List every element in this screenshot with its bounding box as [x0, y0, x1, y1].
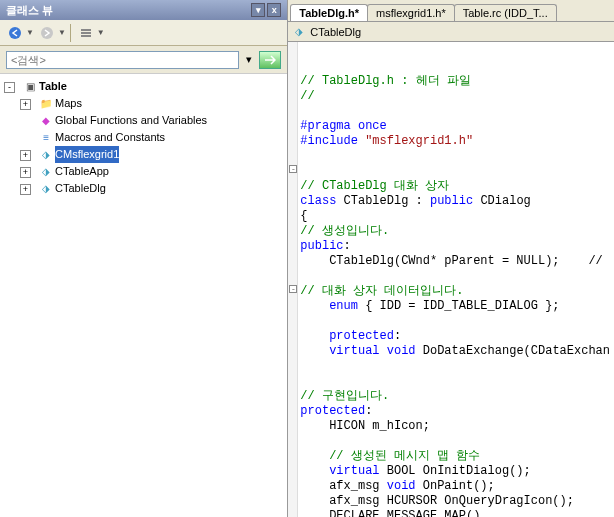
- svg-rect-4: [81, 35, 91, 37]
- nav-back-dd[interactable]: ▼: [26, 28, 34, 37]
- tree-root[interactable]: ▣ Table: [21, 78, 69, 95]
- search-input[interactable]: [6, 51, 239, 69]
- class-icon: ⬗: [39, 182, 53, 196]
- globe-icon: ◆: [39, 114, 53, 128]
- code-editor[interactable]: - - // TableDlg.h : 헤더 파일 // #pragma onc…: [288, 42, 614, 517]
- tree-item-macros[interactable]: ≡ Macros and Constants: [37, 129, 167, 146]
- fold-icon[interactable]: -: [289, 285, 297, 293]
- class-icon: ⬗: [39, 165, 53, 179]
- class-dropdown-bar: ⬗ CTableDlg: [288, 22, 614, 42]
- close-button[interactable]: x: [267, 3, 281, 17]
- settings-button[interactable]: [75, 23, 97, 43]
- const-icon: ≡: [39, 131, 53, 145]
- expander-icon[interactable]: +: [20, 167, 31, 178]
- project-icon: ▣: [23, 80, 37, 94]
- toolbar-sep: [70, 24, 71, 42]
- expander-icon[interactable]: +: [20, 99, 31, 110]
- folder-icon: 📁: [39, 97, 53, 111]
- nav-fwd-button[interactable]: [36, 23, 58, 43]
- expander-icon[interactable]: +: [20, 184, 31, 195]
- pin-button[interactable]: ▾: [251, 3, 265, 17]
- class-icon: ⬗: [292, 25, 306, 39]
- search-go-button[interactable]: [259, 51, 281, 69]
- tree-item-cmsflexgrid1[interactable]: ⬗ CMsflexgrid1: [37, 146, 121, 163]
- tree-item-ctableapp[interactable]: ⬗ CTableApp: [37, 163, 111, 180]
- expander-icon[interactable]: -: [4, 82, 15, 93]
- nav-back-button[interactable]: [4, 23, 26, 43]
- settings-dd[interactable]: ▼: [97, 28, 105, 37]
- class-icon: ⬗: [39, 148, 53, 162]
- class-tree[interactable]: - ▣ Table + 📁 Maps: [0, 74, 287, 517]
- nav-fwd-dd[interactable]: ▼: [58, 28, 66, 37]
- tree-item-maps[interactable]: 📁 Maps: [37, 95, 84, 112]
- search-dropdown[interactable]: ▾: [243, 53, 255, 66]
- tab-tabledlg-h[interactable]: TableDlg.h*: [290, 4, 368, 21]
- tree-root-label: Table: [39, 78, 67, 95]
- tab-msflexgrid1-h[interactable]: msflexgrid1.h*: [367, 4, 455, 21]
- class-dropdown[interactable]: CTableDlg: [310, 26, 361, 38]
- classview-title: 클래스 뷰: [6, 3, 53, 18]
- svg-point-0: [9, 27, 21, 39]
- tab-table-rc[interactable]: Table.rc (IDD_T...: [454, 4, 557, 21]
- svg-rect-3: [81, 32, 91, 34]
- classview-searchbar: ▾: [0, 46, 287, 74]
- classview-toolbar: ▼ ▼ ▼: [0, 20, 287, 46]
- classview-titlebar: 클래스 뷰 ▾ x: [0, 0, 287, 20]
- tree-item-ctabledlg[interactable]: ⬗ CTableDlg: [37, 180, 108, 197]
- fold-icon[interactable]: -: [289, 165, 297, 173]
- editor-gutter: - -: [288, 42, 298, 517]
- svg-point-1: [41, 27, 53, 39]
- svg-rect-2: [81, 29, 91, 31]
- expander-icon[interactable]: +: [20, 150, 31, 161]
- editor-tabstrip: TableDlg.h* msflexgrid1.h* Table.rc (IDD…: [288, 0, 614, 22]
- tree-item-globals[interactable]: ◆ Global Functions and Variables: [37, 112, 209, 129]
